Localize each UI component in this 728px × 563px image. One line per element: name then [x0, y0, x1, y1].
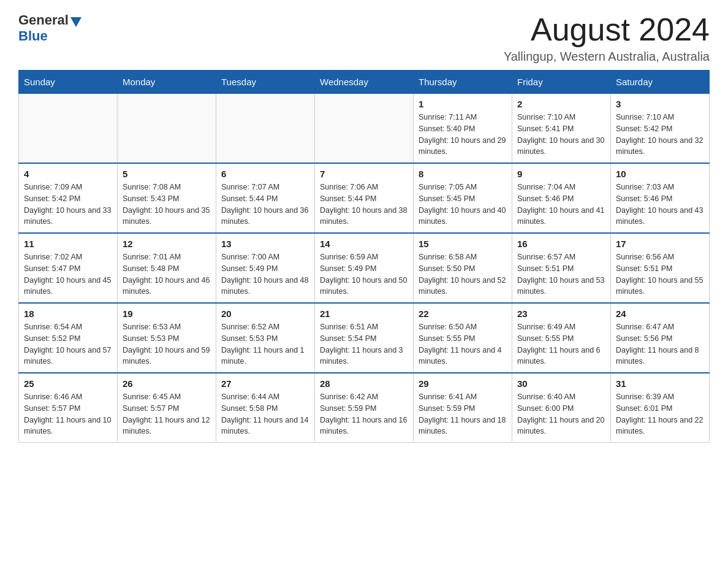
- logo-arrow-icon: [70, 17, 82, 27]
- day-info: Sunrise: 6:51 AM Sunset: 5:54 PM Dayligh…: [320, 321, 408, 367]
- logo-general-text: General: [18, 12, 69, 28]
- calendar-day-header: Tuesday: [216, 71, 315, 94]
- day-number: 7: [320, 169, 408, 179]
- day-number: 9: [517, 169, 605, 179]
- day-info: Sunrise: 6:44 AM Sunset: 5:58 PM Dayligh…: [221, 391, 309, 437]
- calendar-cell: 8Sunrise: 7:05 AM Sunset: 5:45 PM Daylig…: [414, 163, 512, 233]
- day-info: Sunrise: 7:06 AM Sunset: 5:44 PM Dayligh…: [320, 182, 408, 228]
- day-info: Sunrise: 7:01 AM Sunset: 5:48 PM Dayligh…: [123, 251, 211, 297]
- calendar-cell: 9Sunrise: 7:04 AM Sunset: 5:46 PM Daylig…: [512, 163, 611, 233]
- day-info: Sunrise: 6:54 AM Sunset: 5:52 PM Dayligh…: [24, 321, 112, 367]
- calendar-day-header: Sunday: [19, 71, 118, 94]
- day-number: 26: [123, 378, 211, 389]
- day-info: Sunrise: 7:08 AM Sunset: 5:43 PM Dayligh…: [123, 182, 211, 228]
- day-number: 19: [123, 308, 211, 319]
- calendar-cell: 17Sunrise: 6:56 AM Sunset: 5:51 PM Dayli…: [611, 233, 710, 303]
- day-number: 20: [221, 308, 309, 319]
- day-info: Sunrise: 6:57 AM Sunset: 5:51 PM Dayligh…: [517, 251, 605, 297]
- day-number: 17: [616, 239, 704, 249]
- calendar-cell: 24Sunrise: 6:47 AM Sunset: 5:56 PM Dayli…: [611, 303, 710, 373]
- day-number: 5: [123, 169, 211, 179]
- day-info: Sunrise: 7:10 AM Sunset: 5:42 PM Dayligh…: [616, 112, 704, 158]
- calendar-cell: 27Sunrise: 6:44 AM Sunset: 5:58 PM Dayli…: [216, 373, 315, 443]
- day-number: 2: [517, 99, 605, 109]
- day-number: 15: [419, 239, 507, 249]
- calendar-cell: [216, 94, 315, 164]
- day-number: 29: [419, 378, 507, 389]
- calendar-cell: 26Sunrise: 6:45 AM Sunset: 5:57 PM Dayli…: [118, 373, 216, 443]
- calendar-cell: 25Sunrise: 6:46 AM Sunset: 5:57 PM Dayli…: [19, 373, 118, 443]
- calendar-cell: 1Sunrise: 7:11 AM Sunset: 5:40 PM Daylig…: [414, 94, 512, 164]
- calendar-cell: 30Sunrise: 6:40 AM Sunset: 6:00 PM Dayli…: [512, 373, 611, 443]
- day-number: 23: [517, 308, 605, 319]
- day-number: 4: [24, 169, 112, 179]
- calendar-day-header: Thursday: [414, 71, 512, 94]
- title-section: August 2024 Yallingup, Western Australia…: [504, 12, 710, 64]
- calendar-cell: 16Sunrise: 6:57 AM Sunset: 5:51 PM Dayli…: [512, 233, 611, 303]
- day-info: Sunrise: 6:40 AM Sunset: 6:00 PM Dayligh…: [517, 391, 605, 437]
- day-info: Sunrise: 6:56 AM Sunset: 5:51 PM Dayligh…: [616, 251, 704, 297]
- calendar-cell: 2Sunrise: 7:10 AM Sunset: 5:41 PM Daylig…: [512, 94, 611, 164]
- day-number: 21: [320, 308, 408, 319]
- day-info: Sunrise: 6:49 AM Sunset: 5:55 PM Dayligh…: [517, 321, 605, 367]
- calendar-cell: 18Sunrise: 6:54 AM Sunset: 5:52 PM Dayli…: [19, 303, 118, 373]
- logo-blue-text: Blue: [18, 28, 48, 44]
- calendar-day-header: Monday: [118, 71, 216, 94]
- day-number: 30: [517, 378, 605, 389]
- day-info: Sunrise: 6:42 AM Sunset: 5:59 PM Dayligh…: [320, 391, 408, 437]
- day-number: 13: [221, 239, 309, 249]
- calendar-cell: 19Sunrise: 6:53 AM Sunset: 5:53 PM Dayli…: [118, 303, 216, 373]
- calendar-cell: 6Sunrise: 7:07 AM Sunset: 5:44 PM Daylig…: [216, 163, 315, 233]
- calendar-cell: 5Sunrise: 7:08 AM Sunset: 5:43 PM Daylig…: [118, 163, 216, 233]
- calendar-table: SundayMondayTuesdayWednesdayThursdayFrid…: [18, 70, 710, 443]
- calendar-cell: 29Sunrise: 6:41 AM Sunset: 5:59 PM Dayli…: [414, 373, 512, 443]
- day-number: 28: [320, 378, 408, 389]
- day-info: Sunrise: 7:05 AM Sunset: 5:45 PM Dayligh…: [419, 182, 507, 228]
- calendar-cell: [118, 94, 216, 164]
- day-number: 11: [24, 239, 112, 249]
- day-info: Sunrise: 6:52 AM Sunset: 5:53 PM Dayligh…: [221, 321, 309, 367]
- calendar-week-row: 25Sunrise: 6:46 AM Sunset: 5:57 PM Dayli…: [19, 373, 710, 443]
- day-number: 25: [24, 378, 112, 389]
- day-info: Sunrise: 6:45 AM Sunset: 5:57 PM Dayligh…: [123, 391, 211, 437]
- day-number: 1: [419, 99, 507, 109]
- calendar-cell: [315, 94, 414, 164]
- day-number: 22: [419, 308, 507, 319]
- calendar-cell: 14Sunrise: 6:59 AM Sunset: 5:49 PM Dayli…: [315, 233, 414, 303]
- calendar-cell: 28Sunrise: 6:42 AM Sunset: 5:59 PM Dayli…: [315, 373, 414, 443]
- day-number: 3: [616, 99, 704, 109]
- calendar-week-row: 1Sunrise: 7:11 AM Sunset: 5:40 PM Daylig…: [19, 94, 710, 164]
- day-info: Sunrise: 7:11 AM Sunset: 5:40 PM Dayligh…: [419, 112, 507, 158]
- day-info: Sunrise: 7:10 AM Sunset: 5:41 PM Dayligh…: [517, 112, 605, 158]
- month-title: August 2024: [504, 12, 710, 47]
- day-number: 14: [320, 239, 408, 249]
- day-info: Sunrise: 7:03 AM Sunset: 5:46 PM Dayligh…: [616, 182, 704, 228]
- day-info: Sunrise: 7:04 AM Sunset: 5:46 PM Dayligh…: [517, 182, 605, 228]
- calendar-cell: 10Sunrise: 7:03 AM Sunset: 5:46 PM Dayli…: [611, 163, 710, 233]
- calendar-cell: 3Sunrise: 7:10 AM Sunset: 5:42 PM Daylig…: [611, 94, 710, 164]
- day-info: Sunrise: 6:39 AM Sunset: 6:01 PM Dayligh…: [616, 391, 704, 437]
- calendar-week-row: 4Sunrise: 7:09 AM Sunset: 5:42 PM Daylig…: [19, 163, 710, 233]
- calendar-week-row: 18Sunrise: 6:54 AM Sunset: 5:52 PM Dayli…: [19, 303, 710, 373]
- calendar-cell: 11Sunrise: 7:02 AM Sunset: 5:47 PM Dayli…: [19, 233, 118, 303]
- calendar-cell: 23Sunrise: 6:49 AM Sunset: 5:55 PM Dayli…: [512, 303, 611, 373]
- calendar-cell: [19, 94, 118, 164]
- calendar-cell: 22Sunrise: 6:50 AM Sunset: 5:55 PM Dayli…: [414, 303, 512, 373]
- calendar-cell: 4Sunrise: 7:09 AM Sunset: 5:42 PM Daylig…: [19, 163, 118, 233]
- day-info: Sunrise: 6:59 AM Sunset: 5:49 PM Dayligh…: [320, 251, 408, 297]
- day-number: 12: [123, 239, 211, 249]
- calendar-day-header: Wednesday: [315, 71, 414, 94]
- day-info: Sunrise: 6:58 AM Sunset: 5:50 PM Dayligh…: [419, 251, 507, 297]
- location-title: Yallingup, Western Australia, Australia: [504, 50, 710, 64]
- day-info: Sunrise: 6:46 AM Sunset: 5:57 PM Dayligh…: [24, 391, 112, 437]
- calendar-cell: 15Sunrise: 6:58 AM Sunset: 5:50 PM Dayli…: [414, 233, 512, 303]
- day-info: Sunrise: 7:02 AM Sunset: 5:47 PM Dayligh…: [24, 251, 112, 297]
- calendar-cell: 21Sunrise: 6:51 AM Sunset: 5:54 PM Dayli…: [315, 303, 414, 373]
- page-header: General Blue August 2024 Yallingup, West…: [18, 12, 710, 64]
- calendar-cell: 12Sunrise: 7:01 AM Sunset: 5:48 PM Dayli…: [118, 233, 216, 303]
- day-info: Sunrise: 6:41 AM Sunset: 5:59 PM Dayligh…: [419, 391, 507, 437]
- day-info: Sunrise: 7:09 AM Sunset: 5:42 PM Dayligh…: [24, 182, 112, 228]
- calendar-day-header: Friday: [512, 71, 611, 94]
- calendar-cell: 13Sunrise: 7:00 AM Sunset: 5:49 PM Dayli…: [216, 233, 315, 303]
- calendar-day-header: Saturday: [611, 71, 710, 94]
